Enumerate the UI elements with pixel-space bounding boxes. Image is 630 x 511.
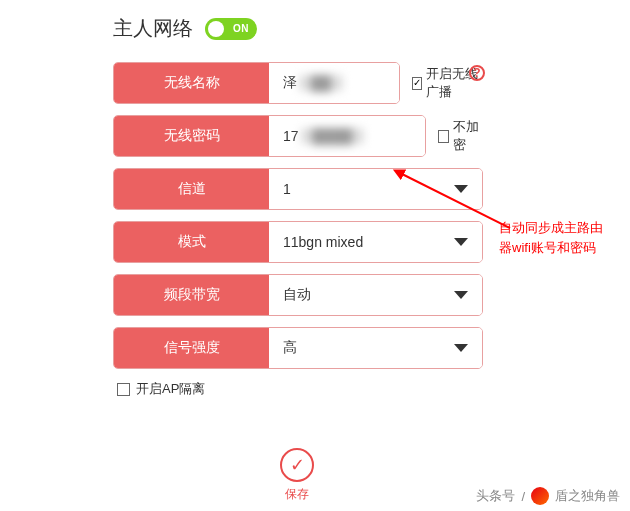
attribution-sep: / xyxy=(521,489,525,504)
checkbox-icon xyxy=(117,383,130,396)
chevron-down-icon xyxy=(454,238,468,246)
help-icon[interactable]: ? xyxy=(469,65,485,81)
noencrypt-label: 不加密 xyxy=(453,118,485,154)
bandwidth-value: 自动 xyxy=(283,286,311,304)
ssid-value-prefix: 泽 xyxy=(283,74,297,92)
ssid-field[interactable]: 泽██ xyxy=(269,63,399,103)
bandwidth-label: 频段带宽 xyxy=(114,275,269,315)
attribution: 头条号 / 盾之独角兽 xyxy=(476,487,620,505)
settings-form: 无线名称 泽██ 开启无线广播 无线密码 17████ 不加密 信道 1 xyxy=(0,62,485,398)
password-value-prefix: 17 xyxy=(283,128,299,144)
chevron-down-icon xyxy=(454,185,468,193)
noencrypt-checkbox[interactable]: 不加密 xyxy=(438,118,485,154)
ssid-row: 无线名称 泽██ xyxy=(113,62,400,104)
password-field[interactable]: 17████ xyxy=(269,116,425,156)
password-value-hidden: ████ xyxy=(301,128,365,144)
signal-value: 高 xyxy=(283,339,297,357)
signal-label: 信号强度 xyxy=(114,328,269,368)
bandwidth-row[interactable]: 频段带宽 自动 xyxy=(113,274,483,316)
attribution-prefix: 头条号 xyxy=(476,487,515,505)
save-label: 保存 xyxy=(280,486,314,503)
password-label: 无线密码 xyxy=(114,116,269,156)
checkbox-icon xyxy=(412,77,422,90)
password-row: 无线密码 17████ xyxy=(113,115,426,157)
attribution-logo-icon xyxy=(531,487,549,505)
mode-row[interactable]: 模式 11bgn mixed xyxy=(113,221,483,263)
master-network-toggle[interactable]: ON xyxy=(205,18,257,40)
channel-row[interactable]: 信道 1 xyxy=(113,168,483,210)
channel-label: 信道 xyxy=(114,169,269,209)
save-button[interactable]: ✓ 保存 xyxy=(280,448,314,503)
annotation-text: 自动同步成主路由器wifi账号和密码 xyxy=(499,218,614,257)
mode-value: 11bgn mixed xyxy=(283,234,363,250)
ssid-label: 无线名称 xyxy=(114,63,269,103)
mode-label: 模式 xyxy=(114,222,269,262)
check-icon: ✓ xyxy=(280,448,314,482)
page-title: 主人网络 xyxy=(113,15,193,42)
attribution-name: 盾之独角兽 xyxy=(555,487,620,505)
chevron-down-icon xyxy=(454,291,468,299)
checkbox-icon xyxy=(438,130,449,143)
ap-isolation-checkbox[interactable]: 开启AP隔离 xyxy=(117,380,485,398)
ssid-value-hidden: ██ xyxy=(299,75,343,91)
ap-isolation-label: 开启AP隔离 xyxy=(136,380,205,398)
signal-row[interactable]: 信号强度 高 xyxy=(113,327,483,369)
channel-value: 1 xyxy=(283,181,291,197)
toggle-label: ON xyxy=(233,23,249,34)
chevron-down-icon xyxy=(454,344,468,352)
